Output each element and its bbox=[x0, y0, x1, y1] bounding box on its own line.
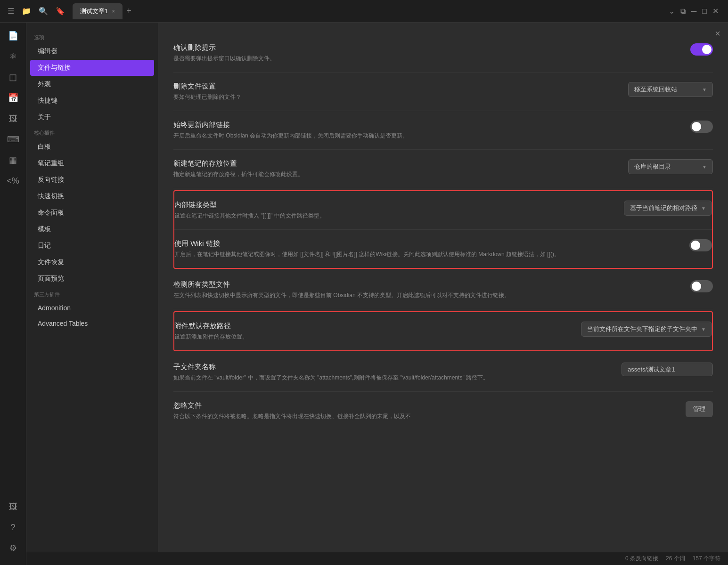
link-type-title: 内部链接类型 bbox=[174, 201, 616, 210]
code-icon[interactable]: <% bbox=[4, 171, 23, 190]
subfolder-name-control bbox=[622, 363, 713, 376]
new-note-location-control: 仓库的根目录 ▼ bbox=[628, 159, 713, 174]
detect-all-files-toggle[interactable] bbox=[690, 280, 713, 292]
sidebar-item-file-recovery[interactable]: 文件恢复 bbox=[30, 254, 154, 270]
sidebar-item-note-refactor[interactable]: 笔记重组 bbox=[30, 155, 154, 171]
subfolder-name-input[interactable] bbox=[622, 363, 713, 376]
wiki-links-desc: 开启后，在笔记中链接其他笔记或图像时，使用如 [[文件名]] 和 ![[图片名]… bbox=[174, 250, 682, 258]
sidebar-item-hotkeys[interactable]: 快捷键 bbox=[30, 93, 154, 109]
terminal-icon[interactable]: ⌨ bbox=[4, 130, 23, 149]
sidebar-item-advanced-tables[interactable]: Advanced Tables bbox=[30, 316, 154, 331]
confirm-delete-toggle[interactable] bbox=[690, 43, 713, 56]
new-note-location-value: 仓库的根目录 bbox=[634, 162, 671, 171]
ignore-files-desc: 符合以下条件的文件将被忽略。忽略是指文件将出现在快速切换、链接补全队列的末尾，以… bbox=[173, 412, 678, 420]
delete-setting-control: 移至系统回收站 ▼ bbox=[628, 82, 713, 97]
auto-update-links-info: 始终更新内部链接 开启后重命名文件时 Obsidian 会自动为你更新内部链接，… bbox=[173, 121, 683, 140]
delete-setting-dropdown[interactable]: 移至系统回收站 ▼ bbox=[628, 82, 713, 97]
delete-setting-desc: 要如何处理已删除的文件？ bbox=[173, 93, 621, 101]
sidebar-item-files[interactable]: 文件与链接 bbox=[30, 60, 154, 76]
sidebar-item-admonition[interactable]: Admonition bbox=[30, 300, 154, 315]
dropdown-arrow-icon3: ▼ bbox=[701, 206, 706, 211]
ignore-files-info: 忽略文件 符合以下条件的文件将被忽略。忽略是指文件将出现在快速切换、链接补全队列… bbox=[173, 401, 678, 420]
ignore-files-control: 管理 bbox=[686, 401, 713, 417]
settings-dialog: 选项 编辑器 文件与链接 外观 快捷键 关于 核心插件 白板 笔记重组 反向链接… bbox=[26, 23, 728, 565]
sidebar-item-about[interactable]: 关于 bbox=[30, 109, 154, 125]
table-icon[interactable]: ▦ bbox=[4, 151, 23, 170]
delete-setting-dropdown-value: 移至系统回收站 bbox=[634, 85, 677, 94]
link-type-control: 基于当前笔记的相对路径 ▼ bbox=[624, 201, 712, 216]
confirm-delete-title: 确认删除提示 bbox=[173, 43, 683, 52]
sidebar-item-appearance[interactable]: 外观 bbox=[30, 76, 154, 92]
new-note-icon[interactable]: 📄 bbox=[4, 26, 23, 45]
maximize-icon[interactable]: □ bbox=[702, 7, 707, 16]
graph-icon[interactable]: ⚛ bbox=[4, 47, 23, 66]
confirm-delete-info: 确认删除提示 是否需要弹出提示窗口以确认删除文件。 bbox=[173, 43, 683, 63]
search-icon[interactable]: 🔍 bbox=[39, 7, 48, 16]
detect-all-files-control bbox=[690, 280, 713, 292]
auto-update-links-title: 始终更新内部链接 bbox=[173, 121, 683, 129]
wiki-links-row: 使用 Wiki 链接 开启后，在笔记中链接其他笔记或图像时，使用如 [[文件名]… bbox=[174, 230, 712, 268]
tab-active[interactable]: 测试文章1 × bbox=[73, 3, 123, 19]
wiki-links-toggle[interactable] bbox=[689, 239, 712, 251]
auto-update-links-control bbox=[690, 121, 713, 133]
attachment-settings-highlight-box: 附件默认存放路径 设置新添加附件的存放位置。 当前文件所在文件夹下指定的子文件夹… bbox=[173, 311, 713, 351]
sidebar-item-command-palette[interactable]: 命令面板 bbox=[30, 205, 154, 221]
sidebar-item-whiteboard[interactable]: 白板 bbox=[30, 139, 154, 155]
delete-setting-row: 删除文件设置 要如何处理已删除的文件？ 移至系统回收站 ▼ bbox=[173, 73, 713, 111]
sidebar-item-daily-notes[interactable]: 日记 bbox=[30, 238, 154, 254]
confirm-delete-row: 确认删除提示 是否需要弹出提示窗口以确认删除文件。 bbox=[173, 34, 713, 73]
dropdown-arrow-icon2: ▼ bbox=[702, 164, 707, 170]
sidebar-item-page-preview[interactable]: 页面预览 bbox=[30, 271, 154, 287]
auto-update-links-row: 始终更新内部链接 开启后重命名文件时 Obsidian 会自动为你更新内部链接，… bbox=[173, 111, 713, 150]
confirm-delete-desc: 是否需要弹出提示窗口以确认删除文件。 bbox=[173, 54, 683, 63]
layout-icon[interactable]: ⧉ bbox=[680, 7, 686, 16]
sidebar-toggle-icon[interactable]: ☰ bbox=[8, 7, 14, 16]
new-note-location-title: 新建笔记的存放位置 bbox=[173, 159, 621, 168]
attachment-path-row: 附件默认存放路径 设置新添加附件的存放位置。 当前文件所在文件夹下指定的子文件夹… bbox=[174, 312, 712, 350]
window-close-icon[interactable]: ✕ bbox=[712, 7, 719, 16]
attachment-path-title: 附件默认存放路径 bbox=[174, 322, 573, 331]
dropdown-arrow-icon4: ▼ bbox=[701, 327, 706, 332]
subfolder-name-desc: 如果当前文件在 "vault/folder" 中，而设置了文件夹名称为 "att… bbox=[173, 373, 614, 382]
attachment-path-control: 当前文件所在文件夹下指定的子文件夹中 ▼ bbox=[581, 322, 712, 337]
help-icon[interactable]: ? bbox=[4, 518, 23, 537]
link-type-value: 基于当前笔记的相对路径 bbox=[630, 204, 697, 212]
canvas-icon[interactable]: ◫ bbox=[4, 68, 23, 87]
auto-update-links-toggle[interactable] bbox=[690, 121, 713, 133]
detect-all-files-desc: 在文件列表和快速切换中显示所有类型的文件，即使是那些目前 Obsidian 不支… bbox=[173, 291, 683, 299]
link-type-dropdown[interactable]: 基于当前笔记的相对路径 ▼ bbox=[624, 201, 712, 216]
attachment-path-value: 当前文件所在文件夹下指定的子文件夹中 bbox=[587, 325, 697, 333]
new-note-location-row: 新建笔记的存放位置 指定新建笔记的存放路径，插件可能会修改此设置。 仓库的根目录… bbox=[173, 150, 713, 188]
minimize-icon[interactable]: ─ bbox=[691, 7, 696, 16]
tab-close-btn[interactable]: × bbox=[112, 8, 115, 15]
sidebar-item-quick-switcher[interactable]: 快速切换 bbox=[30, 188, 154, 204]
settings-content: × 确认删除提示 是否需要弹出提示窗口以确认删除文件。 删除文件设置 要如何处理… bbox=[158, 23, 728, 565]
sidebar-item-editor[interactable]: 编辑器 bbox=[30, 43, 154, 59]
status-bar: 0 条反向链接 26 个词 157 个字符 bbox=[26, 552, 728, 565]
link-type-info: 内部链接类型 设置在笔记中链接其他文件时插入 "[[ ]]" 中的文件路径类型。 bbox=[174, 201, 616, 220]
chevron-down-icon[interactable]: ⌄ bbox=[669, 7, 675, 16]
image-bottom-icon[interactable]: 🖼 bbox=[4, 497, 23, 516]
bookmark-icon[interactable]: 🔖 bbox=[56, 7, 65, 16]
detect-all-files-row: 检测所有类型文件 在文件列表和快速切换中显示所有类型的文件，即使是那些目前 Ob… bbox=[173, 271, 713, 309]
dropdown-arrow-icon: ▼ bbox=[702, 87, 707, 92]
close-dialog-btn[interactable]: × bbox=[715, 28, 720, 39]
link-settings-highlight-box: 内部链接类型 设置在笔记中链接其他文件时插入 "[[ ]]" 中的文件路径类型。… bbox=[173, 190, 713, 269]
settings-sidebar: 选项 编辑器 文件与链接 外观 快捷键 关于 核心插件 白板 笔记重组 反向链接… bbox=[26, 23, 158, 565]
subfolder-name-row: 子文件夹名称 如果当前文件在 "vault/folder" 中，而设置了文件夹名… bbox=[173, 353, 713, 392]
core-plugins-section-label: 核心插件 bbox=[26, 126, 158, 138]
calendar-icon[interactable]: 📅 bbox=[4, 89, 23, 107]
tab-add-btn[interactable]: + bbox=[126, 6, 131, 16]
new-note-location-dropdown[interactable]: 仓库的根目录 ▼ bbox=[628, 159, 713, 174]
tab-label: 测试文章1 bbox=[80, 7, 108, 16]
folder-icon[interactable]: 📁 bbox=[22, 7, 31, 16]
tab-bar: 测试文章1 × + bbox=[73, 3, 659, 19]
attachment-path-dropdown[interactable]: 当前文件所在文件夹下指定的子文件夹中 ▼ bbox=[581, 322, 712, 337]
sidebar-item-templates[interactable]: 模板 bbox=[30, 221, 154, 237]
settings-icon[interactable]: ⚙ bbox=[4, 539, 23, 557]
media-icon[interactable]: 🖼 bbox=[4, 109, 23, 128]
sidebar-item-backlinks[interactable]: 反向链接 bbox=[30, 172, 154, 188]
manage-button[interactable]: 管理 bbox=[686, 401, 713, 417]
word-count: 26 个词 bbox=[666, 555, 685, 563]
delete-setting-info: 删除文件设置 要如何处理已删除的文件？ bbox=[173, 82, 621, 101]
